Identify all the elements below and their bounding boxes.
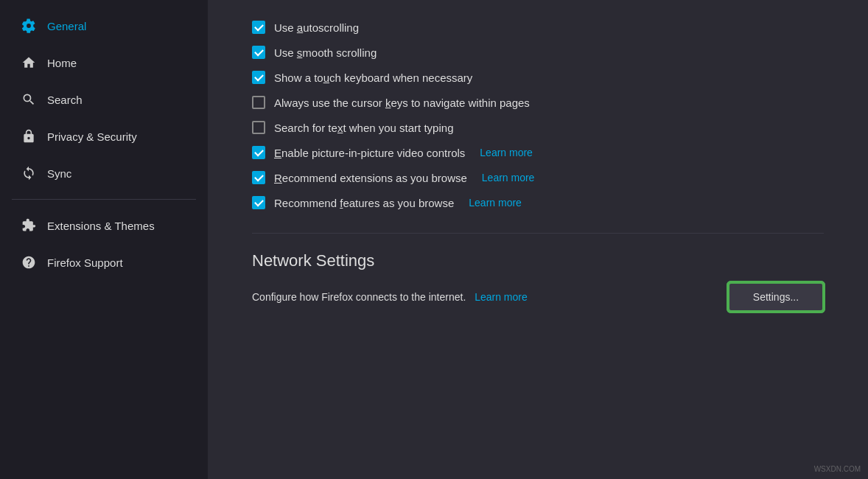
sidebar-label-general: General — [47, 20, 86, 32]
checkbox-autoscrolling[interactable] — [252, 21, 265, 34]
checkbox-row-smooth: Use smooth scrolling — [252, 40, 824, 65]
label-recommend-feat: Recommend features as you browse — [274, 197, 454, 209]
gear-icon — [21, 18, 37, 34]
checkbox-search-typing[interactable] — [252, 121, 265, 134]
checkbox-row-recommend-feat: Recommend features as you browse Learn m… — [252, 190, 824, 215]
learn-more-network[interactable]: Learn more — [475, 291, 528, 303]
sidebar-label-support: Firefox Support — [47, 256, 123, 269]
checkbox-row-autoscrolling: Use autoscrolling — [252, 15, 824, 40]
sidebar-label-sync: Sync — [47, 167, 71, 180]
checkbox-row-cursor-keys: Always use the cursor keys to navigate w… — [252, 90, 824, 115]
label-smooth: Use smooth scrolling — [274, 46, 377, 59]
main-content: Use autoscrolling Use smooth scrolling S… — [208, 0, 868, 479]
learn-more-features[interactable]: Learn more — [469, 197, 522, 209]
checkbox-row-recommend-ext: Recommend extensions as you browse Learn… — [252, 165, 824, 190]
checkbox-pip[interactable] — [252, 146, 265, 159]
sidebar-item-extensions[interactable]: Extensions & Themes — [6, 209, 202, 242]
sidebar-label-home: Home — [47, 57, 77, 69]
checkbox-recommend-feat[interactable] — [252, 196, 265, 209]
sidebar-label-extensions: Extensions & Themes — [47, 220, 155, 232]
label-pip: Enable picture-in-picture video controls — [274, 147, 465, 159]
network-settings-section: Network Settings Configure how Firefox c… — [252, 251, 824, 312]
lock-icon — [21, 128, 37, 144]
sidebar-label-search: Search — [47, 94, 83, 106]
watermark: WSXDN.COM — [814, 465, 861, 473]
learn-more-pip[interactable]: Learn more — [480, 147, 533, 158]
sync-icon — [21, 165, 37, 181]
sidebar-item-sync[interactable]: Sync — [6, 156, 202, 190]
settings-button[interactable]: Settings... — [728, 282, 824, 312]
sidebar-label-privacy: Privacy & Security — [47, 130, 137, 143]
checkbox-row-touch-keyboard: Show a touch keyboard when necessary — [252, 65, 824, 90]
checkbox-row-pip: Enable picture-in-picture video controls… — [252, 140, 824, 165]
sidebar: General Home Search Privacy & Security — [0, 0, 208, 479]
checkbox-smooth[interactable] — [252, 46, 265, 59]
label-cursor-keys: Always use the cursor keys to navigate w… — [274, 97, 530, 109]
learn-more-extensions[interactable]: Learn more — [482, 172, 535, 183]
network-settings-row: Configure how Firefox connects to the in… — [252, 282, 824, 312]
label-recommend-ext: Recommend extensions as you browse — [274, 172, 467, 184]
home-icon — [21, 55, 37, 71]
checkbox-touch-keyboard[interactable] — [252, 71, 265, 84]
search-icon — [21, 91, 37, 108]
label-touch-keyboard: Show a touch keyboard when necessary — [274, 71, 472, 84]
label-search-typing: Search for text when you start typing — [274, 122, 453, 134]
checkbox-row-search-typing: Search for text when you start typing — [252, 115, 824, 140]
help-icon — [21, 254, 37, 270]
puzzle-icon — [21, 217, 37, 234]
network-description-text: Configure how Firefox connects to the in… — [252, 291, 466, 303]
sidebar-item-support[interactable]: Firefox Support — [6, 245, 202, 279]
scroll-top-area: Use autoscrolling Use smooth scrolling S… — [252, 15, 824, 215]
section-divider — [252, 233, 824, 234]
sidebar-item-search[interactable]: Search — [6, 83, 202, 116]
network-description: Configure how Firefox connects to the in… — [252, 291, 728, 303]
sidebar-item-general[interactable]: General — [6, 9, 202, 43]
checkbox-recommend-ext[interactable] — [252, 171, 265, 184]
sidebar-divider — [12, 199, 196, 200]
sidebar-item-privacy[interactable]: Privacy & Security — [6, 119, 202, 153]
checkbox-cursor-keys[interactable] — [252, 96, 265, 109]
network-settings-title: Network Settings — [252, 251, 824, 270]
label-autoscrolling: Use autoscrolling — [274, 21, 359, 34]
sidebar-item-home[interactable]: Home — [6, 46, 202, 80]
